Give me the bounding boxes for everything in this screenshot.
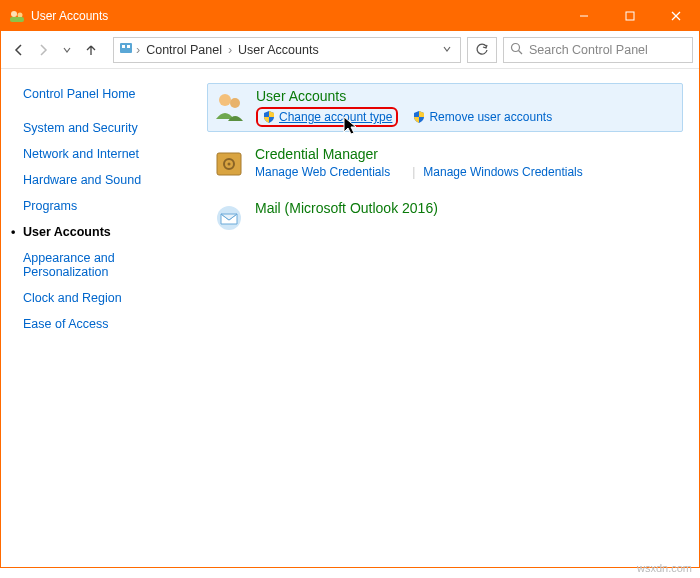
chevron-right-icon[interactable]: › xyxy=(134,43,142,57)
svg-rect-4 xyxy=(626,12,634,20)
toolbar: › Control Panel › User Accounts Search C… xyxy=(1,31,699,69)
mail-icon xyxy=(211,200,247,236)
task-remove-user-accounts[interactable]: Remove user accounts xyxy=(412,107,552,127)
maximize-button[interactable] xyxy=(607,1,653,31)
up-button[interactable] xyxy=(79,38,103,62)
sidebar-item-ease-of-access[interactable]: Ease of Access xyxy=(23,317,179,331)
address-bar[interactable]: › Control Panel › User Accounts xyxy=(113,37,461,63)
safe-icon xyxy=(211,146,247,182)
breadcrumb-user-accounts[interactable]: User Accounts xyxy=(234,43,323,57)
sidebar-item-user-accounts[interactable]: User Accounts xyxy=(23,225,179,239)
divider: | xyxy=(412,165,415,179)
watermark: wsxdn.com xyxy=(637,562,692,574)
svg-point-12 xyxy=(219,94,231,106)
users-icon xyxy=(212,88,248,124)
category-title[interactable]: User Accounts xyxy=(256,88,678,104)
category-user-accounts: User Accounts Change account type Remove… xyxy=(207,83,683,132)
task-label: Manage Windows Credentials xyxy=(423,165,582,179)
sidebar-item-programs[interactable]: Programs xyxy=(23,199,179,213)
svg-point-1 xyxy=(18,13,23,18)
sidebar-item-clock-region[interactable]: Clock and Region xyxy=(23,291,179,305)
svg-point-13 xyxy=(230,98,240,108)
titlebar: User Accounts xyxy=(1,1,699,31)
sidebar: Control Panel Home System and Security N… xyxy=(1,69,191,567)
sidebar-item-system-security[interactable]: System and Security xyxy=(23,121,179,135)
shield-icon xyxy=(412,110,426,124)
category-title[interactable]: Credential Manager xyxy=(255,146,679,162)
task-label: Remove user accounts xyxy=(429,110,552,124)
sidebar-item-network-internet[interactable]: Network and Internet xyxy=(23,147,179,161)
svg-rect-7 xyxy=(120,43,132,53)
recent-locations-button[interactable] xyxy=(55,38,79,62)
svg-point-10 xyxy=(512,43,520,51)
task-label: Manage Web Credentials xyxy=(255,165,390,179)
sidebar-home[interactable]: Control Panel Home xyxy=(23,87,179,101)
close-button[interactable] xyxy=(653,1,699,31)
svg-point-16 xyxy=(228,163,231,166)
window-frame: User Accounts › Control Panel › User Acc… xyxy=(0,0,700,568)
sidebar-item-appearance[interactable]: Appearance and Personalization xyxy=(23,251,179,279)
minimize-button[interactable] xyxy=(561,1,607,31)
search-input[interactable]: Search Control Panel xyxy=(503,37,693,63)
svg-point-0 xyxy=(11,11,17,17)
task-change-account-type[interactable]: Change account type xyxy=(256,107,398,127)
svg-line-11 xyxy=(519,50,523,54)
refresh-button[interactable] xyxy=(467,37,497,63)
forward-button[interactable] xyxy=(31,38,55,62)
category-title[interactable]: Mail (Microsoft Outlook 2016) xyxy=(255,200,679,216)
main-panel: User Accounts Change account type Remove… xyxy=(191,69,699,567)
category-mail: Mail (Microsoft Outlook 2016) xyxy=(207,196,683,240)
svg-rect-8 xyxy=(122,45,125,48)
search-placeholder: Search Control Panel xyxy=(529,43,648,57)
breadcrumb-control-panel[interactable]: Control Panel xyxy=(142,43,226,57)
window-title: User Accounts xyxy=(31,9,108,23)
address-dropdown-button[interactable] xyxy=(438,43,456,57)
shield-icon xyxy=(262,110,276,124)
breadcrumb-root-icon[interactable] xyxy=(118,40,134,59)
search-icon xyxy=(510,42,523,58)
task-label: Change account type xyxy=(279,110,392,124)
back-button[interactable] xyxy=(7,38,31,62)
task-manage-web-credentials[interactable]: Manage Web Credentials xyxy=(255,165,390,179)
svg-rect-2 xyxy=(10,17,24,22)
task-manage-windows-credentials[interactable]: Manage Windows Credentials xyxy=(423,165,582,179)
category-credential-manager: Credential Manager Manage Web Credential… xyxy=(207,142,683,186)
app-icon xyxy=(9,8,25,24)
chevron-right-icon[interactable]: › xyxy=(226,43,234,57)
sidebar-item-hardware-sound[interactable]: Hardware and Sound xyxy=(23,173,179,187)
svg-rect-9 xyxy=(127,45,130,48)
